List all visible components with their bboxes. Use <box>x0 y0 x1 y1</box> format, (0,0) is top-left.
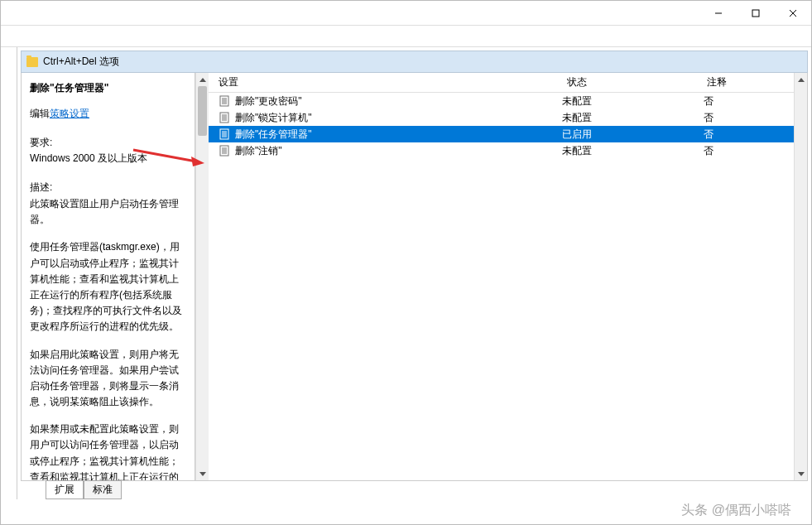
chevron-down-icon <box>199 472 206 476</box>
row-setting: 删除"锁定计算机" <box>209 111 515 125</box>
content-area: Ctrl+Alt+Del 选项 删除"任务管理器" 编辑策略设置 要求: Win… <box>1 47 811 499</box>
policy-note: 否 <box>639 111 794 125</box>
scroll-up-button[interactable] <box>196 73 209 86</box>
menubar <box>1 26 811 47</box>
chevron-up-icon <box>199 78 206 82</box>
policy-note: 否 <box>639 128 794 142</box>
main-area: Ctrl+Alt+Del 选项 删除"任务管理器" 编辑策略设置 要求: Win… <box>17 47 811 499</box>
policy-name: 删除"更改密码" <box>235 94 302 108</box>
list-scroll-up-button[interactable] <box>795 73 807 86</box>
chevron-up-icon <box>798 78 805 82</box>
row-setting: 删除"任务管理器" <box>209 128 515 142</box>
details-scrollbar[interactable] <box>195 73 209 480</box>
row-setting: 删除"注销" <box>209 144 515 158</box>
chevron-down-icon <box>798 472 805 476</box>
description-text: 此策略设置阻止用户启动任务管理器。 <box>30 196 186 228</box>
scroll-down-button[interactable] <box>196 467 209 480</box>
settings-list: 设置 状态 注释 删除"更改密码"未配置否删除"锁定计算机"未配置否删除"任务管… <box>209 73 794 480</box>
policy-name: 删除"任务管理器" <box>235 128 312 142</box>
policy-row[interactable]: 删除"锁定计算机"未配置否 <box>209 109 794 126</box>
tab-extended[interactable]: 扩展 <box>46 480 84 499</box>
section-title: Ctrl+Alt+Del 选项 <box>43 55 119 69</box>
policy-name: 删除"锁定计算机" <box>235 111 312 125</box>
scroll-track[interactable] <box>196 86 209 467</box>
description-para2: 如果启用此策略设置，则用户将无法访问任务管理器。如果用户尝试启动任务管理器，则将… <box>30 347 186 411</box>
description-label: 描述: <box>30 181 186 195</box>
column-note[interactable]: 注释 <box>639 75 794 89</box>
description-para3: 如果禁用或未配置此策略设置，则用户可以访问任务管理器，以启动或停止程序；监视其计… <box>30 421 186 480</box>
close-button[interactable] <box>774 1 811 26</box>
watermark-text: 头条 @偶西小嗒嗒 <box>681 502 791 519</box>
svg-rect-1 <box>752 10 759 17</box>
maximize-button[interactable] <box>737 1 774 26</box>
details-panel: 删除"任务管理器" 编辑策略设置 要求: Windows 2000 及以上版本 … <box>22 73 195 480</box>
left-gutter <box>1 47 17 499</box>
policy-status: 已启用 <box>515 128 639 142</box>
edit-label: 编辑 <box>30 108 50 119</box>
svg-rect-19 <box>220 146 228 156</box>
list-scroll-track[interactable] <box>795 86 807 467</box>
svg-rect-9 <box>220 113 228 123</box>
row-setting: 删除"更改密码" <box>209 94 515 108</box>
edit-policy-row: 编辑策略设置 <box>30 107 186 121</box>
svg-rect-14 <box>220 129 228 139</box>
folder-icon <box>26 57 38 67</box>
column-setting[interactable]: 设置 <box>209 75 515 89</box>
app-window: Ctrl+Alt+Del 选项 删除"任务管理器" 编辑策略设置 要求: Win… <box>0 0 812 525</box>
policy-note: 否 <box>639 144 794 158</box>
scroll-thumb[interactable] <box>198 86 207 136</box>
section-header: Ctrl+Alt+Del 选项 <box>21 51 808 73</box>
policy-status: 未配置 <box>515 94 639 108</box>
policy-name: 删除"注销" <box>235 144 282 158</box>
policy-note: 否 <box>639 94 794 108</box>
panels: 删除"任务管理器" 编辑策略设置 要求: Windows 2000 及以上版本 … <box>21 73 808 481</box>
list-header: 设置 状态 注释 <box>209 73 794 93</box>
policy-title: 删除"任务管理器" <box>30 81 186 95</box>
policy-row[interactable]: 删除"注销"未配置否 <box>209 142 794 159</box>
description-para1: 使用任务管理器(taskmgr.exe)，用户可以启动或停止程序；监视其计算机性… <box>30 239 186 335</box>
policy-row[interactable]: 删除"更改密码"未配置否 <box>209 93 794 109</box>
tab-standard[interactable]: 标准 <box>84 480 122 499</box>
requirements-label: 要求: <box>30 136 186 150</box>
list-scrollbar[interactable] <box>794 73 807 480</box>
tab-bar: 扩展 标准 <box>21 481 808 499</box>
titlebar <box>1 1 811 26</box>
minimize-button[interactable] <box>699 1 737 26</box>
policy-settings-link[interactable]: 策略设置 <box>50 108 89 119</box>
settings-list-panel: 设置 状态 注释 删除"更改密码"未配置否删除"锁定计算机"未配置否删除"任务管… <box>209 73 807 480</box>
policy-status: 未配置 <box>515 111 639 125</box>
column-status[interactable]: 状态 <box>515 75 639 89</box>
requirements-text: Windows 2000 及以上版本 <box>30 152 186 166</box>
policy-row[interactable]: 删除"任务管理器"已启用否 <box>209 126 794 142</box>
list-scroll-down-button[interactable] <box>795 467 807 480</box>
policy-status: 未配置 <box>515 144 639 158</box>
svg-rect-4 <box>220 96 228 106</box>
